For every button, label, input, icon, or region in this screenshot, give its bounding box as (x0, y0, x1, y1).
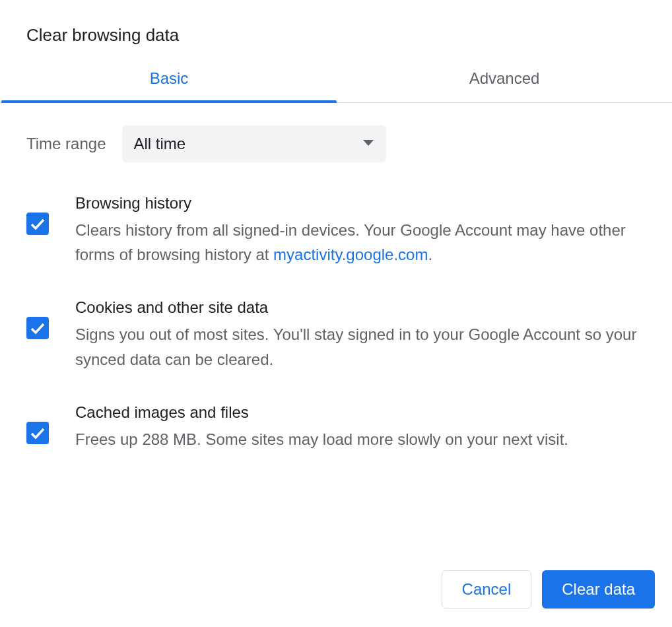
tab-advanced[interactable]: Advanced (337, 59, 672, 102)
checkmark-icon (30, 321, 46, 335)
cancel-button[interactable]: Cancel (442, 570, 532, 609)
dialog-content: Time range All time Browsing history Cle… (0, 103, 672, 451)
option-title: Cached images and files (75, 403, 646, 422)
time-range-dropdown[interactable]: All time (122, 125, 386, 162)
option-cache: Cached images and files Frees up 288 MB.… (26, 403, 646, 451)
tab-basic[interactable]: Basic (1, 59, 337, 102)
clear-data-button[interactable]: Clear data (542, 570, 655, 609)
desc-suffix: . (428, 246, 432, 263)
myactivity-link[interactable]: myactivity.google.com (273, 246, 428, 263)
checkbox-cookies[interactable] (26, 317, 49, 339)
option-desc: Frees up 288 MB. Some sites may load mor… (75, 427, 646, 451)
option-body: Browsing history Clears history from all… (75, 194, 646, 267)
dialog-footer: Cancel Clear data (0, 570, 672, 627)
tabs: Basic Advanced (1, 59, 672, 103)
option-body: Cookies and other site data Signs you ou… (75, 298, 646, 371)
option-body: Cached images and files Frees up 288 MB.… (75, 403, 646, 451)
time-range-label: Time range (26, 135, 106, 153)
checkmark-icon (30, 217, 46, 230)
checkbox-cache[interactable] (26, 422, 49, 444)
checkmark-icon (30, 426, 46, 440)
option-title: Browsing history (75, 194, 646, 213)
time-range-row: Time range All time (26, 125, 646, 162)
option-cookies: Cookies and other site data Signs you ou… (26, 298, 646, 371)
option-browsing-history: Browsing history Clears history from all… (26, 194, 646, 267)
checkbox-browsing-history[interactable] (26, 213, 49, 235)
option-desc: Clears history from all signed-in device… (75, 218, 646, 267)
time-range-value: All time (134, 135, 186, 153)
chevron-down-icon (362, 138, 374, 150)
option-desc: Signs you out of most sites. You'll stay… (75, 322, 646, 371)
option-title: Cookies and other site data (75, 298, 646, 317)
dialog-title: Clear browsing data (0, 0, 672, 59)
